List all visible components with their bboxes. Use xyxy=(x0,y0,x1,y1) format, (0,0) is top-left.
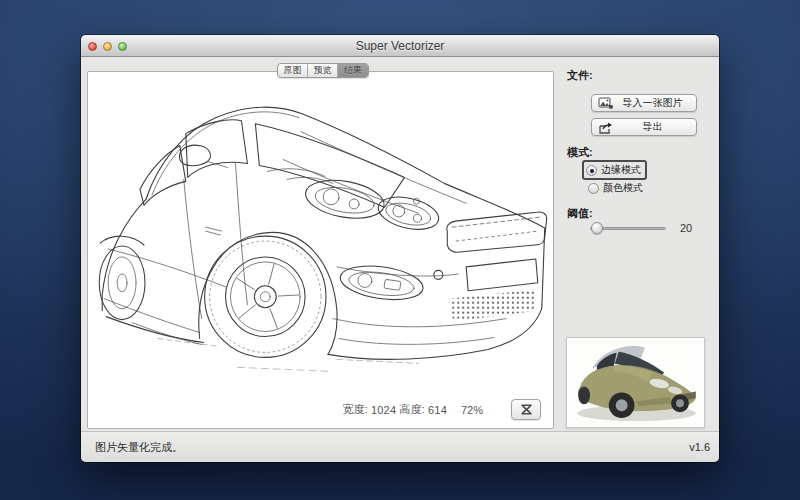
radio-unselected-icon xyxy=(588,183,599,194)
color-mode-label: 颜色模式 xyxy=(603,181,643,195)
window-title: Super Vectorizer xyxy=(81,35,719,57)
zoom-percentage: 72% xyxy=(461,404,483,416)
result-canvas[interactable]: 宽度: 1024 高度: 614 72% xyxy=(87,71,554,429)
threshold-value: 20 xyxy=(680,222,692,234)
export-label: 导出 xyxy=(615,120,690,134)
radio-selected-icon xyxy=(586,165,597,176)
export-arrow-icon xyxy=(598,121,613,134)
vectorized-car-drawing xyxy=(88,72,553,428)
file-section-label: 文件: xyxy=(567,68,593,83)
version-label: v1.6 xyxy=(689,441,710,453)
canvas-info-row: 宽度: 1024 高度: 614 72% xyxy=(342,399,541,420)
view-mode-segmented-control: 原图 预览 结果 xyxy=(277,63,369,78)
import-image-button[interactable]: 导入一张图片 xyxy=(591,94,697,112)
mode-section-label: 模式: xyxy=(567,145,593,160)
original-image-thumbnail xyxy=(566,337,705,428)
tab-result[interactable]: 结果 xyxy=(338,64,368,77)
edge-mode-radio[interactable]: 边缘模式 xyxy=(582,160,647,180)
fit-to-window-button[interactable] xyxy=(511,399,541,420)
image-height-label: 高度: xyxy=(399,402,425,417)
image-import-icon xyxy=(598,97,613,110)
status-bar: 图片矢量化完成。 v1.6 xyxy=(81,431,719,462)
tab-preview[interactable]: 预览 xyxy=(308,64,338,77)
image-width-label: 宽度: xyxy=(342,402,368,417)
edge-mode-label: 边缘模式 xyxy=(601,163,641,177)
image-width-value: 1024 xyxy=(371,404,396,416)
import-image-label: 导入一张图片 xyxy=(615,96,690,110)
export-button[interactable]: 导出 xyxy=(591,118,697,136)
threshold-slider[interactable] xyxy=(590,221,666,235)
color-mode-radio[interactable]: 颜色模式 xyxy=(586,180,647,196)
image-height-value: 614 xyxy=(428,404,447,416)
window-titlebar[interactable]: Super Vectorizer xyxy=(81,35,719,57)
threshold-section-label: 阈值: xyxy=(567,206,593,221)
tab-original[interactable]: 原图 xyxy=(278,64,308,77)
original-car-photo xyxy=(567,338,704,427)
fit-to-window-icon xyxy=(520,403,533,416)
status-message: 图片矢量化完成。 xyxy=(95,440,183,455)
threshold-slider-row: 20 xyxy=(590,221,698,235)
slider-thumb[interactable] xyxy=(591,222,603,234)
app-window: Super Vectorizer 原图 预览 结果 xyxy=(81,35,719,462)
